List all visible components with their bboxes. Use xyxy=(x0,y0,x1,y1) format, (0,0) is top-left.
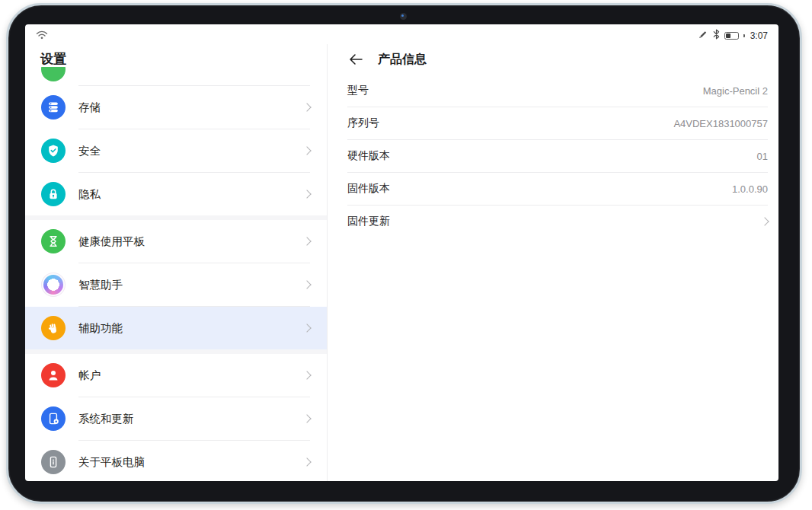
chevron-right-icon xyxy=(760,217,769,225)
storage-icon xyxy=(41,95,66,120)
sidebar-item-digital-balance[interactable]: 健康使用平板 xyxy=(25,220,327,263)
chevron-right-icon xyxy=(302,103,311,111)
sidebar-item-label: 健康使用平板 xyxy=(78,234,304,249)
chevron-right-icon xyxy=(302,457,311,466)
sidebar-item-label: 系统和更新 xyxy=(78,412,304,426)
row-value: 01 xyxy=(757,151,768,162)
sidebar-item-storage[interactable]: 存储 xyxy=(25,86,327,129)
battery-icon xyxy=(724,32,739,40)
front-camera xyxy=(400,13,407,20)
row-value: 1.0.0.90 xyxy=(732,183,768,195)
sidebar-item-label: 辅助功能 xyxy=(78,321,304,336)
assistant-ring-icon xyxy=(41,273,66,297)
chevron-right-icon xyxy=(302,324,311,332)
row-value: A4VDEX1831000757 xyxy=(673,118,768,129)
back-button[interactable] xyxy=(347,51,364,68)
row-value: Magic-Pencil 2 xyxy=(703,85,768,97)
chevron-right-icon xyxy=(302,237,311,245)
info-row-model: 型号 Magic-Pencil 2 xyxy=(328,75,778,107)
screen: 3:07 设置 xyxy=(25,24,778,481)
sidebar-item-label: 帐户 xyxy=(78,368,304,383)
sidebar-item-label: 隐私 xyxy=(78,187,304,202)
security-shield-icon xyxy=(41,139,66,163)
partial-green-icon xyxy=(41,67,66,81)
info-row-firmware-version: 固件版本 1.0.0.90 xyxy=(328,173,778,205)
info-row-hardware-version: 硬件版本 01 xyxy=(328,140,778,172)
row-label: 序列号 xyxy=(347,116,379,130)
sidebar-title: 设置 xyxy=(25,44,327,67)
sidebar-item-label: 智慧助手 xyxy=(78,278,304,292)
chevron-right-icon xyxy=(302,414,311,422)
sidebar-item-label: 关于平板电脑 xyxy=(78,455,304,470)
status-bar: 3:07 xyxy=(25,24,778,44)
sidebar-item-label: 存储 xyxy=(78,100,304,115)
sidebar-item-privacy[interactable]: 隐私 xyxy=(25,173,327,215)
accessibility-hand-icon xyxy=(41,316,66,340)
stylus-icon xyxy=(698,29,708,43)
hourglass-icon xyxy=(41,229,66,253)
sidebar-scroll-area[interactable]: 存储 安全 xyxy=(25,67,327,481)
privacy-lock-icon xyxy=(41,182,66,206)
page: 3:07 设置 xyxy=(0,0,812,510)
system-update-icon xyxy=(41,406,66,431)
info-row-firmware-update[interactable]: 固件更新 xyxy=(328,206,778,237)
info-row-serial-number: 序列号 A4VDEX1831000757 xyxy=(328,107,778,139)
wifi-icon xyxy=(36,29,48,43)
row-label: 硬件版本 xyxy=(347,149,390,163)
main-header: 产品信息 xyxy=(328,44,778,75)
about-tablet-icon xyxy=(41,450,66,474)
row-label: 固件版本 xyxy=(347,182,390,196)
chevron-right-icon xyxy=(302,371,311,379)
status-time: 3:07 xyxy=(750,30,768,41)
sidebar-item-system-updates[interactable]: 系统和更新 xyxy=(25,397,327,440)
page-title: 产品信息 xyxy=(378,52,427,68)
tablet-frame: 3:07 设置 xyxy=(6,3,802,504)
sidebar-item-assistant[interactable]: 智慧助手 xyxy=(25,263,327,306)
chevron-right-icon xyxy=(302,146,311,155)
bluetooth-icon xyxy=(712,29,721,43)
sidebar-item-about-tablet[interactable]: 关于平板电脑 xyxy=(25,441,327,481)
chevron-right-icon xyxy=(302,280,311,288)
row-label: 固件更新 xyxy=(347,215,390,228)
battery-nub xyxy=(743,34,745,37)
chevron-right-icon xyxy=(302,190,311,198)
sidebar-item-accessibility[interactable]: 辅助功能 xyxy=(25,307,327,349)
sidebar-item-accounts[interactable]: 帐户 xyxy=(25,354,327,397)
account-person-icon xyxy=(41,363,66,387)
sidebar-item-security[interactable]: 安全 xyxy=(25,129,327,172)
sidebar-item-partial[interactable] xyxy=(25,67,327,85)
sidebar-item-label: 安全 xyxy=(78,144,304,158)
settings-sidebar: 设置 xyxy=(25,44,328,481)
product-info-panel: 产品信息 型号 Magic-Pencil 2 序列号 A4VDEX1831000… xyxy=(328,44,778,481)
row-label: 型号 xyxy=(347,84,369,97)
